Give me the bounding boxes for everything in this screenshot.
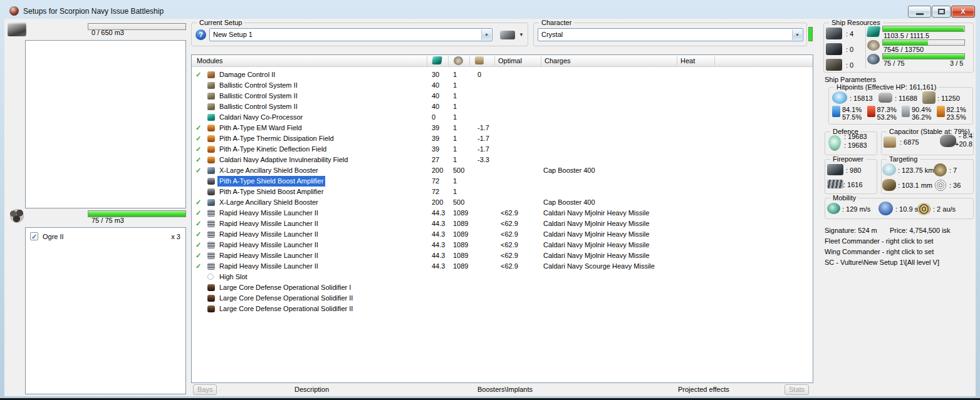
- maximize-button[interactable]: [932, 6, 951, 18]
- module-row[interactable]: Pith A-Type Shield Boost Amplifier721: [192, 176, 813, 187]
- rig-icon: [207, 295, 215, 302]
- module-optimal: <62.9: [501, 261, 518, 272]
- character-combobox[interactable]: Crystal ▼: [538, 28, 803, 41]
- module-row[interactable]: ✓Caldari Navy Adaptive Invulnerability F…: [192, 155, 813, 165]
- chevron-down-icon[interactable]: ▼: [792, 29, 802, 40]
- module-row[interactable]: Large Core Defense Operational Solidifie…: [192, 282, 813, 293]
- missile-launcher-icon: [207, 242, 215, 249]
- resource-bar-fill: [883, 54, 964, 59]
- column-charges[interactable]: Charges: [545, 57, 571, 64]
- module-row[interactable]: Large Core Defense Operational Solidifie…: [192, 304, 813, 314]
- drone-row[interactable]: ✓Ogre IIx 3: [26, 230, 185, 242]
- module-row[interactable]: ✓Pith A-Type EM Ward Field391-1.7: [192, 123, 813, 133]
- module-row[interactable]: Pith A-Type Shield Boost Amplifier721: [192, 187, 813, 197]
- divider: [865, 27, 866, 68]
- module-row[interactable]: ✓Pith A-Type Thermic Dissipation Field39…: [192, 133, 813, 144]
- maximize-icon: [938, 9, 945, 14]
- drone-list[interactable]: ✓Ogre IIx 3: [25, 227, 186, 394]
- resource-bar: [882, 53, 965, 59]
- modules-table-header: Modules Optimal Charges Heat: [192, 55, 813, 67]
- module-charge: Caldari Navy Mjolnir Heavy Missile: [543, 208, 649, 218]
- module-row[interactable]: Ballistic Control System II401: [192, 101, 813, 112]
- module-cpu: 44.3: [432, 240, 445, 250]
- powergrid-column-icon[interactable]: [454, 56, 463, 65]
- module-active-checkmark-icon: ✓: [195, 133, 204, 144]
- hardener-icon: [207, 156, 215, 163]
- tab-projected-effects[interactable]: Projected effects: [678, 386, 729, 393]
- resist-values: 82.1%23.5%: [947, 106, 966, 121]
- ship-parameters-title: Ship Parameters: [825, 76, 876, 83]
- drone-checkbox[interactable]: ✓: [30, 232, 38, 240]
- drone-quantity: x 3: [171, 231, 180, 242]
- bays-button[interactable]: Bays: [193, 384, 217, 395]
- column-optimal[interactable]: Optimal: [498, 57, 522, 64]
- module-row[interactable]: ✓Pith A-Type Kinetic Deflection Field391…: [192, 144, 813, 155]
- module-powergrid: 1: [453, 187, 457, 197]
- ballistic-control-icon: [207, 103, 215, 110]
- kinetic-damage-icon: [902, 106, 910, 117]
- column-heat[interactable]: Heat: [680, 57, 695, 64]
- module-cpu: 0: [432, 112, 435, 123]
- module-row[interactable]: ✓Rapid Heavy Missile Launcher II44.31089…: [192, 208, 813, 218]
- module-cpu: 40: [432, 101, 439, 112]
- module-cpu: 39: [432, 123, 439, 133]
- cpu-column-icon[interactable]: [432, 56, 442, 64]
- module-cpu: 40: [432, 91, 439, 101]
- setup-combobox[interactable]: New Setup 1 ▼: [209, 28, 493, 41]
- module-row[interactable]: High Slot: [192, 272, 813, 282]
- module-row[interactable]: Large Core Defense Operational Solidifie…: [192, 293, 813, 304]
- module-cap-use: -1.7: [477, 144, 489, 155]
- resource-bar-row: 75 / 753 / 5: [867, 53, 971, 66]
- module-row[interactable]: Ballistic Control System II401: [192, 80, 813, 91]
- warp-speed-icon: [917, 203, 930, 215]
- module-name: Rapid Heavy Missile Launcher II: [217, 261, 320, 272]
- module-row[interactable]: Ballistic Control System II401: [192, 91, 813, 101]
- help-icon[interactable]: ?: [195, 29, 206, 40]
- stats-button[interactable]: Stats: [785, 384, 809, 395]
- wing-commander-line[interactable]: Wing Commander - right click to set: [825, 248, 934, 255]
- kinetic-resist-cell: 90.4%36.2%: [902, 106, 937, 121]
- module-powergrid: 1089: [453, 218, 468, 229]
- close-button[interactable]: X: [951, 6, 975, 18]
- column-separator: [427, 56, 427, 66]
- module-row[interactable]: ✓X-Large Ancillary Shield Booster200500C…: [192, 197, 813, 208]
- title-bar[interactable]: Setups for Scorpion Navy Issue Battleshi…: [4, 4, 976, 19]
- setup-tools-icon[interactable]: [500, 31, 515, 39]
- module-row[interactable]: ✓Rapid Heavy Missile Launcher II44.31089…: [192, 250, 813, 261]
- shield-resist: 90.4%: [912, 106, 931, 113]
- capacitor-column-icon[interactable]: [475, 56, 484, 64]
- rig-icon: [207, 284, 215, 291]
- module-name: Pith A-Type Shield Boost Amplifier: [217, 187, 325, 197]
- fleet-commander-line[interactable]: Fleet Commander - right click to set: [825, 237, 934, 245]
- hull-hp-icon: [922, 91, 936, 104]
- resource-bar-row: 7545 / 13750: [867, 39, 971, 53]
- defence-value-1: : 19683: [844, 133, 867, 140]
- hardpoint-value: : 0: [846, 61, 853, 69]
- column-modules[interactable]: Modules: [197, 57, 223, 64]
- explosive-damage-icon: [937, 106, 945, 117]
- resource-bar: [882, 26, 965, 32]
- minimize-button[interactable]: [908, 6, 931, 18]
- module-row[interactable]: ✓Rapid Heavy Missile Launcher II44.31089…: [192, 218, 813, 229]
- resource-bar-fill: [883, 26, 964, 31]
- module-powergrid: 1: [453, 69, 457, 80]
- setup-tools-caret-icon[interactable]: ▼: [519, 32, 524, 38]
- tab-boosters-implants[interactable]: Boosters\Implants: [477, 386, 533, 393]
- module-optimal: <62.9: [501, 218, 518, 229]
- armor-resist: 23.5%: [947, 113, 966, 121]
- module-row[interactable]: ✓Damage Control II3010: [192, 69, 813, 80]
- tab-description[interactable]: Description: [295, 386, 329, 393]
- cargo-list[interactable]: [25, 40, 186, 208]
- module-row[interactable]: ✓Rapid Heavy Missile Launcher II44.31089…: [192, 229, 813, 240]
- module-row[interactable]: ✓Rapid Heavy Missile Launcher II44.31089…: [192, 240, 813, 250]
- module-powergrid: 500: [453, 165, 464, 176]
- module-powergrid: 1: [453, 155, 457, 165]
- module-row[interactable]: ✓Rapid Heavy Missile Launcher II44.31089…: [192, 261, 813, 272]
- module-row[interactable]: Caldari Navy Co-Processor01: [192, 112, 813, 123]
- ballistic-control-icon: [207, 93, 215, 100]
- module-row[interactable]: ✓X-Large Ancillary Shield Booster200500C…: [192, 165, 813, 176]
- chevron-down-icon[interactable]: ▼: [481, 29, 491, 40]
- squad-commander-line: SC - Vulture\New Setup 1\[All level V]: [825, 259, 939, 266]
- module-powergrid: 1: [453, 144, 457, 155]
- missile-launcher-icon: [207, 252, 215, 259]
